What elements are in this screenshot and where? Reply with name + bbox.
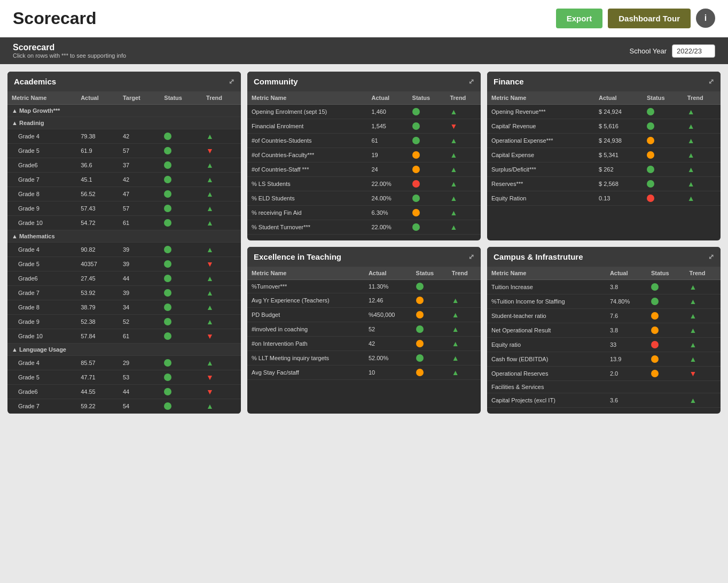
trend-up-icon: ▲ <box>450 165 457 174</box>
finance-card: Finance ⤢ Metric Name Actual Status Tren… <box>487 72 721 240</box>
trend-up-icon: ▲ <box>206 132 214 141</box>
metric-name: #on Intervention Path <box>247 337 364 351</box>
finance-header: Finance ⤢ <box>487 72 721 91</box>
status-cell <box>647 352 685 367</box>
trend-cell: ▲ <box>685 309 721 323</box>
school-year-select-wrapper[interactable]: 2022/23 2021/22 2020/21 <box>672 44 715 58</box>
trend-down-icon: ▼ <box>206 146 214 155</box>
trend-up-icon: ▲ <box>450 180 457 188</box>
trend-up-icon: ▲ <box>452 325 459 333</box>
status-cell <box>643 148 683 162</box>
metric-name: Operational Reserves <box>487 367 606 381</box>
metric-name: Surplus/Deficit*** <box>487 162 594 177</box>
finance-expand-icon[interactable]: ⤢ <box>708 77 714 85</box>
table-row: #on Intervention Path 42 ▲ <box>247 337 481 351</box>
status-cell <box>647 323 685 338</box>
table-row: % LLT Meeting inquiry targets 52.00% ▲ <box>247 351 481 366</box>
community-title: Community <box>254 77 298 86</box>
trend-cell: ▲ <box>202 286 241 300</box>
actual-value: 52.00% <box>364 351 412 366</box>
status-dot <box>647 137 654 144</box>
table-row: Student-teacher ratio 7.6 ▲ <box>487 309 721 323</box>
academics-col-status: Status <box>160 91 202 105</box>
scorecard-title: Scorecard <box>13 43 126 52</box>
target-value: 42 <box>119 129 160 144</box>
academics-expand-icon[interactable]: ⤢ <box>229 77 234 85</box>
table-row: Capital Expense $ 5,341 ▲ <box>487 148 721 162</box>
metric-name: Reserves*** <box>487 177 594 191</box>
metric-name: % LS Students <box>247 177 367 191</box>
campus-col-trend: Trend <box>685 267 721 280</box>
status-cell <box>643 119 683 134</box>
trend-cell: ▲ <box>202 216 241 230</box>
metric-name: Grade 9 <box>7 315 76 329</box>
table-row: %Turnover*** 11.30% <box>247 280 481 293</box>
status-cell <box>643 134 683 148</box>
actual-value: 61.9 <box>76 144 119 158</box>
target-value: 52 <box>119 315 160 329</box>
trend-cell: ▲ <box>202 187 241 201</box>
trend-cell: ▼ <box>685 367 721 381</box>
campus-expand-icon[interactable]: ⤢ <box>708 253 714 261</box>
trend-up-icon: ▲ <box>452 368 459 377</box>
trend-up-icon: ▲ <box>450 223 457 231</box>
table-row: Capital Projects (excl IT) 3.6 ▲ <box>487 393 721 408</box>
status-cell <box>643 105 683 119</box>
trend-cell: ▲ <box>448 337 481 351</box>
teaching-expand-icon[interactable]: ⤢ <box>468 253 474 261</box>
actual-value: 61 <box>367 134 408 148</box>
trend-cell: ▲ <box>685 338 721 352</box>
status-cell <box>412 280 448 293</box>
status-dot <box>416 325 424 333</box>
actual-value: 52 <box>364 322 412 337</box>
trend-down-icon: ▼ <box>206 332 214 340</box>
target-value: 57 <box>119 144 160 158</box>
status-dot <box>416 340 424 347</box>
tour-button[interactable]: Dashboard Tour <box>608 9 691 28</box>
trend-cell: ▲ <box>202 243 241 257</box>
target-value: 47 <box>119 187 160 201</box>
metric-name: % Student Turnover*** <box>247 220 367 235</box>
actual-value: $ 262 <box>594 162 643 177</box>
status-cell <box>160 187 202 201</box>
community-col-metric: Metric Name <box>247 91 367 105</box>
status-dot <box>651 341 659 348</box>
export-button[interactable]: Export <box>556 9 603 28</box>
status-cell <box>647 280 685 294</box>
metric-name: Grade6 <box>7 158 76 173</box>
actual-value: 42 <box>364 337 412 351</box>
trend-up-icon: ▲ <box>687 165 695 174</box>
table-row: #of Countries-Students 61 ▲ <box>247 134 481 148</box>
table-row: Grade 10 57.84 61 ▼ <box>7 329 241 344</box>
metric-name: Tuition Increase <box>487 280 606 294</box>
school-year-select[interactable]: 2022/23 2021/22 2020/21 <box>672 44 715 58</box>
actual-value: 11.30% <box>364 280 412 293</box>
status-cell <box>160 201 202 216</box>
campus-title: Campus & Infrastruture <box>494 252 583 261</box>
table-row: % receiving Fin Aid 6.30% ▲ <box>247 206 481 220</box>
page-title: Scorecard <box>13 9 97 28</box>
status-dot <box>164 219 171 227</box>
status-cell <box>160 399 202 414</box>
table-row: % ELD Students 24.00% ▲ <box>247 191 481 206</box>
scorecard-header: Scorecard Click on rows with *** to see … <box>0 37 728 64</box>
trend-up-icon: ▲ <box>690 283 697 291</box>
metric-name: #involved in coaching <box>247 322 364 337</box>
metric-name: Student-teacher ratio <box>487 309 606 323</box>
status-cell <box>160 286 202 300</box>
status-dot <box>164 289 171 297</box>
community-expand-icon[interactable]: ⤢ <box>468 77 474 85</box>
status-dot <box>164 205 171 212</box>
status-dot <box>416 369 424 376</box>
trend-cell: ▲ <box>683 177 721 191</box>
info-button[interactable]: i <box>696 9 715 28</box>
trend-cell: ▼ <box>202 385 241 399</box>
status-cell <box>643 162 683 177</box>
status-cell <box>412 293 448 308</box>
status-cell <box>160 158 202 173</box>
trend-up-icon: ▲ <box>450 208 457 217</box>
table-row: Grade 8 56.52 47 ▲ <box>7 187 241 201</box>
community-table: Metric Name Actual Status Trend Opening … <box>247 91 481 235</box>
trend-cell: ▲ <box>445 191 481 206</box>
campus-col-status: Status <box>647 267 685 280</box>
